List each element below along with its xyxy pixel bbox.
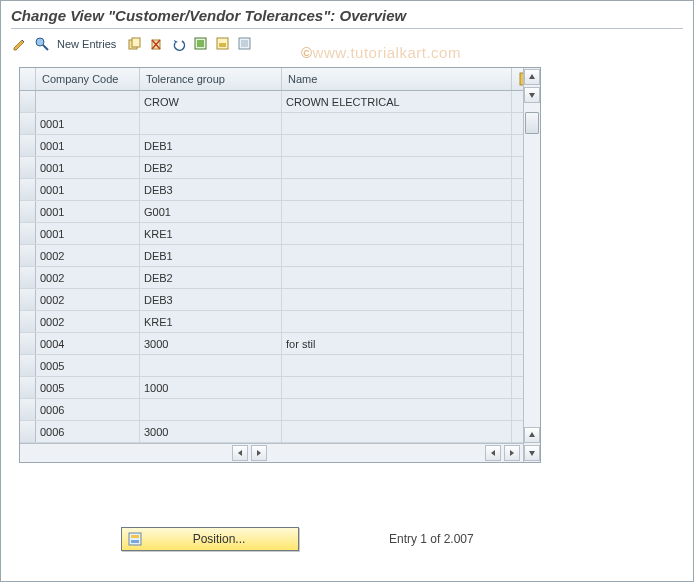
select-block-icon[interactable] — [214, 35, 232, 53]
cell-tolerance-group[interactable] — [140, 113, 282, 134]
table-row[interactable]: 0001 — [20, 113, 540, 135]
cell-company-code[interactable]: 0002 — [36, 267, 140, 288]
table-row[interactable]: CROWCROWN ELECTRICAL — [20, 91, 540, 113]
scroll-down-small-icon[interactable] — [524, 87, 540, 103]
scroll-thumb[interactable] — [525, 112, 539, 134]
table-row[interactable]: 0005 — [20, 355, 540, 377]
cell-tolerance-group[interactable] — [140, 399, 282, 420]
cell-company-code[interactable]: 0002 — [36, 289, 140, 310]
cell-tolerance-group[interactable] — [140, 355, 282, 376]
row-selector[interactable] — [20, 399, 36, 420]
copy-as-icon[interactable] — [126, 35, 144, 53]
table-row[interactable]: 0002DEB1 — [20, 245, 540, 267]
row-selector[interactable] — [20, 311, 36, 332]
table-row[interactable]: 00043000for stil — [20, 333, 540, 355]
cell-name[interactable] — [282, 311, 512, 332]
cell-name[interactable] — [282, 399, 512, 420]
cell-tolerance-group[interactable]: DEB1 — [140, 135, 282, 156]
cell-tolerance-group[interactable]: G001 — [140, 201, 282, 222]
cell-name[interactable]: CROWN ELECTRICAL — [282, 91, 512, 112]
cell-company-code[interactable]: 0001 — [36, 179, 140, 200]
cell-name[interactable] — [282, 289, 512, 310]
select-all-icon[interactable] — [192, 35, 210, 53]
row-selector[interactable] — [20, 179, 36, 200]
cell-tolerance-group[interactable]: 1000 — [140, 377, 282, 398]
cell-company-code[interactable]: 0004 — [36, 333, 140, 354]
table-row[interactable]: 0001DEB1 — [20, 135, 540, 157]
table-row[interactable]: 0001KRE1 — [20, 223, 540, 245]
header-name[interactable]: Name — [282, 68, 512, 90]
cell-tolerance-group[interactable]: 3000 — [140, 421, 282, 442]
scroll-down-icon[interactable] — [524, 445, 540, 461]
cell-company-code[interactable]: 0001 — [36, 157, 140, 178]
cell-company-code[interactable]: 0002 — [36, 311, 140, 332]
scroll-left-icon[interactable] — [232, 445, 248, 461]
table-row[interactable]: 0002KRE1 — [20, 311, 540, 333]
cell-tolerance-group[interactable]: KRE1 — [140, 223, 282, 244]
row-selector[interactable] — [20, 113, 36, 134]
row-selector[interactable] — [20, 201, 36, 222]
undo-icon[interactable] — [170, 35, 188, 53]
cell-company-code[interactable] — [36, 91, 140, 112]
row-selector[interactable] — [20, 333, 36, 354]
cell-tolerance-group[interactable]: DEB2 — [140, 267, 282, 288]
cell-company-code[interactable]: 0002 — [36, 245, 140, 266]
cell-name[interactable] — [282, 267, 512, 288]
cell-name[interactable] — [282, 135, 512, 156]
scroll-left-end-icon[interactable] — [485, 445, 501, 461]
table-row[interactable]: 0002DEB3 — [20, 289, 540, 311]
new-entries-button[interactable]: New Entries — [55, 38, 122, 50]
table-row[interactable]: 0006 — [20, 399, 540, 421]
table-row[interactable]: 00063000 — [20, 421, 540, 443]
cell-company-code[interactable]: 0005 — [36, 377, 140, 398]
table-row[interactable]: 0001DEB3 — [20, 179, 540, 201]
header-company-code[interactable]: Company Code — [36, 68, 140, 90]
cell-company-code[interactable]: 0001 — [36, 201, 140, 222]
cell-name[interactable] — [282, 113, 512, 134]
cell-name[interactable] — [282, 245, 512, 266]
cell-tolerance-group[interactable]: 3000 — [140, 333, 282, 354]
scroll-up-icon[interactable] — [524, 69, 540, 85]
horizontal-scrollbar[interactable] — [20, 443, 540, 462]
cell-name[interactable] — [282, 377, 512, 398]
cell-name[interactable] — [282, 157, 512, 178]
row-selector[interactable] — [20, 377, 36, 398]
cell-tolerance-group[interactable]: DEB3 — [140, 179, 282, 200]
row-selector[interactable] — [20, 355, 36, 376]
cell-name[interactable]: for stil — [282, 333, 512, 354]
cell-tolerance-group[interactable]: DEB3 — [140, 289, 282, 310]
cell-name[interactable] — [282, 223, 512, 244]
row-selector[interactable] — [20, 135, 36, 156]
header-tolerance-group[interactable]: Tolerance group — [140, 68, 282, 90]
cell-tolerance-group[interactable]: KRE1 — [140, 311, 282, 332]
find-icon[interactable] — [33, 35, 51, 53]
scroll-right-icon[interactable] — [251, 445, 267, 461]
cell-tolerance-group[interactable]: CROW — [140, 91, 282, 112]
toggle-display-change-icon[interactable] — [11, 35, 29, 53]
cell-company-code[interactable]: 0006 — [36, 399, 140, 420]
row-selector[interactable] — [20, 223, 36, 244]
row-selector[interactable] — [20, 157, 36, 178]
row-selector[interactable] — [20, 245, 36, 266]
scroll-up-small-icon[interactable] — [524, 427, 540, 443]
cell-company-code[interactable]: 0001 — [36, 113, 140, 134]
cell-company-code[interactable]: 0001 — [36, 135, 140, 156]
cell-name[interactable] — [282, 421, 512, 442]
table-row[interactable]: 0002DEB2 — [20, 267, 540, 289]
cell-company-code[interactable]: 0005 — [36, 355, 140, 376]
row-selector[interactable] — [20, 267, 36, 288]
table-row[interactable]: 00051000 — [20, 377, 540, 399]
cell-company-code[interactable]: 0006 — [36, 421, 140, 442]
cell-company-code[interactable]: 0001 — [36, 223, 140, 244]
cell-name[interactable] — [282, 201, 512, 222]
cell-name[interactable] — [282, 179, 512, 200]
cell-name[interactable] — [282, 355, 512, 376]
row-selector[interactable] — [20, 421, 36, 442]
table-row[interactable]: 0001DEB2 — [20, 157, 540, 179]
position-button[interactable]: Position... — [121, 527, 299, 551]
deselect-all-icon[interactable] — [236, 35, 254, 53]
table-row[interactable]: 0001G001 — [20, 201, 540, 223]
vertical-scrollbar[interactable] — [523, 68, 540, 462]
cell-tolerance-group[interactable]: DEB2 — [140, 157, 282, 178]
cell-tolerance-group[interactable]: DEB1 — [140, 245, 282, 266]
